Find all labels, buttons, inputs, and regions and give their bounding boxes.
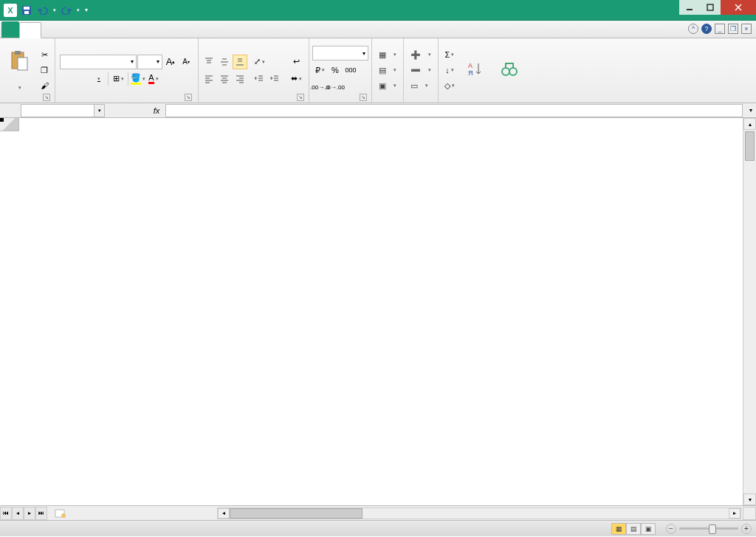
insert-cells-button[interactable]: ➕▾	[407, 47, 435, 62]
increase-decimal-button[interactable]: .00→.0	[312, 80, 327, 94]
tab-data[interactable]	[103, 21, 124, 38]
tab-review[interactable]	[124, 21, 145, 38]
horizontal-scrollbar[interactable]: ◂ ▸	[217, 507, 741, 519]
font-size-combo[interactable]: ▾	[137, 55, 162, 69]
cut-button[interactable]: ✂	[37, 47, 52, 62]
brush-icon: 🖌	[41, 81, 49, 90]
cell-styles-button[interactable]: ▣▾	[375, 78, 400, 93]
increase-indent-button[interactable]	[267, 72, 282, 86]
fill-button[interactable]: ↓▾	[441, 63, 458, 77]
underline-button[interactable]: ▾	[91, 72, 106, 86]
borders-button[interactable]: ⊞▾	[111, 72, 126, 86]
zoom-out-button[interactable]: −	[666, 524, 676, 534]
name-box-dropdown[interactable]: ▾	[94, 104, 105, 117]
doc-restore-icon[interactable]: ❐	[728, 24, 738, 34]
scroll-left-button[interactable]: ◂	[218, 508, 230, 519]
wrap-text-button[interactable]: ↩	[286, 55, 306, 69]
dialog-launcher-icon[interactable]: ↘	[185, 94, 192, 101]
sheet-nav-next[interactable]: ▸	[24, 507, 35, 520]
scroll-down-button[interactable]: ▾	[743, 493, 756, 505]
align-bottom-button[interactable]	[233, 55, 247, 69]
dialog-launcher-icon[interactable]: ↘	[43, 94, 50, 101]
format-as-table-button[interactable]: ▤▾	[375, 63, 400, 77]
clear-button[interactable]: ◇▾	[441, 78, 458, 93]
dialog-launcher-icon[interactable]: ↘	[360, 94, 367, 101]
align-top-button[interactable]	[202, 55, 216, 69]
redo-button[interactable]	[59, 3, 74, 18]
new-sheet-button[interactable]	[53, 508, 68, 519]
delete-cells-button[interactable]: ➖▾	[407, 63, 435, 77]
page-layout-view-button[interactable]: ▤	[626, 523, 641, 535]
qat-customize[interactable]: ▾	[83, 3, 90, 18]
number-format-combo[interactable]: ▾	[312, 46, 368, 60]
save-button[interactable]	[19, 3, 34, 18]
formula-input[interactable]	[165, 104, 743, 117]
sort-filter-button[interactable]: АЯ	[459, 56, 492, 84]
conditional-formatting-button[interactable]: ▦▾	[375, 47, 400, 62]
percent-button[interactable]: %	[328, 63, 343, 77]
decrease-decimal-button[interactable]: .0→.00	[328, 80, 343, 94]
zoom-controls: − +	[663, 524, 752, 534]
doc-close-icon[interactable]: ×	[741, 24, 752, 34]
shrink-font-button[interactable]: A▾	[179, 55, 193, 69]
sheet-nav-first[interactable]: ⏮	[0, 507, 12, 520]
app-icon[interactable]: X	[3, 3, 18, 18]
cell-styles-icon: ▣	[379, 81, 386, 91]
autosum-button[interactable]: Σ▾	[441, 47, 458, 62]
tab-home[interactable]	[19, 22, 41, 38]
tab-view[interactable]	[145, 21, 165, 38]
format-painter-button[interactable]: 🖌	[37, 78, 52, 93]
insert-function-button[interactable]: fx	[149, 104, 164, 117]
sigma-icon: Σ	[445, 50, 450, 59]
copy-button[interactable]: ❐	[37, 63, 52, 77]
font-name-combo[interactable]: ▾	[60, 55, 137, 69]
scroll-thumb[interactable]	[230, 508, 362, 519]
sheet-nav-last[interactable]: ⏭	[35, 507, 47, 520]
zoom-slider[interactable]	[679, 527, 738, 530]
name-box[interactable]	[21, 104, 94, 117]
minimize-button[interactable]	[679, 0, 700, 15]
find-select-button[interactable]	[493, 56, 526, 84]
orientation-button[interactable]: ⤢▾	[252, 55, 267, 69]
tab-formulas[interactable]	[83, 21, 103, 38]
undo-dropdown[interactable]: ▾	[52, 3, 58, 18]
ribbon-minimize-icon[interactable]: ^	[688, 24, 698, 34]
align-middle-button[interactable]	[217, 55, 232, 69]
accounting-format-button[interactable]: ₽▾	[312, 63, 327, 77]
fill-color-button[interactable]: 🪣▾	[131, 72, 145, 86]
align-right-button[interactable]	[233, 72, 247, 86]
align-left-button[interactable]	[202, 72, 216, 86]
font-color-button[interactable]: A▾	[146, 72, 161, 86]
decrease-indent-button[interactable]	[252, 72, 267, 86]
grow-font-button[interactable]: A▴	[163, 55, 178, 69]
scroll-up-button[interactable]: ▴	[743, 118, 756, 130]
undo-button[interactable]	[35, 3, 50, 18]
dialog-launcher-icon[interactable]: ↘	[297, 94, 304, 101]
redo-dropdown[interactable]: ▾	[75, 3, 81, 18]
format-cells-button[interactable]: ▭▾	[407, 78, 435, 93]
scroll-right-button[interactable]: ▸	[729, 508, 740, 519]
tab-page-layout[interactable]	[62, 21, 83, 38]
expand-formula-bar-button[interactable]: ▾	[746, 104, 756, 117]
scroll-thumb[interactable]	[745, 131, 755, 161]
vertical-scrollbar[interactable]: ▴ ▾	[743, 118, 756, 505]
file-tab[interactable]	[1, 21, 19, 38]
close-button[interactable]	[721, 0, 756, 15]
normal-view-button[interactable]: ▦	[611, 523, 626, 535]
merge-button[interactable]: ⬌▾	[286, 72, 306, 86]
bold-button[interactable]	[60, 72, 75, 86]
maximize-button[interactable]	[700, 0, 721, 15]
cells-area[interactable]	[19, 131, 743, 505]
zoom-in-button[interactable]: +	[741, 524, 752, 534]
align-center-button[interactable]	[217, 72, 232, 86]
italic-button[interactable]	[75, 72, 90, 86]
select-all-button[interactable]	[0, 118, 19, 131]
column-headers	[19, 118, 743, 131]
help-icon[interactable]: ?	[701, 24, 712, 34]
page-break-view-button[interactable]: ▣	[641, 523, 656, 535]
doc-minimize-icon[interactable]: _	[715, 24, 725, 34]
comma-button[interactable]: 000	[343, 63, 358, 77]
sheet-nav-prev[interactable]: ◂	[12, 507, 24, 520]
paste-button[interactable]: ▾	[3, 48, 35, 92]
tab-insert[interactable]	[41, 21, 62, 38]
